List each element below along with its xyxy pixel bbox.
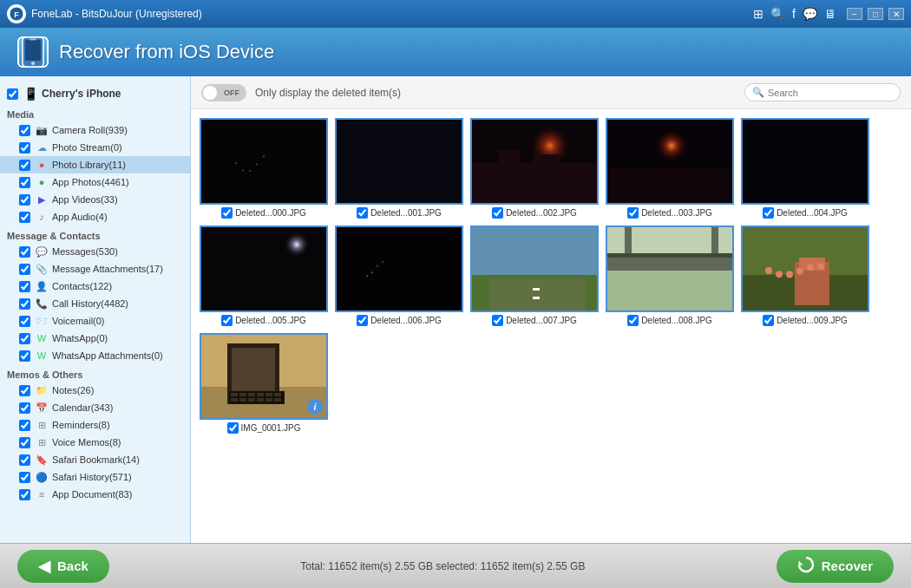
sidebar-item-voice-memos[interactable]: ⊞ Voice Memos (8) [0,434,190,451]
notes-label: Notes [52,385,77,395]
photo-item-9[interactable]: Deleted...009.JPG [741,225,869,326]
chat-icon[interactable]: 💬 [803,7,817,21]
recover-button[interactable]: Recover [777,550,894,583]
notes-icon: 📁 [35,383,49,397]
screen-icon[interactable]: 🖥 [824,7,836,21]
cb-notes[interactable] [19,385,30,396]
photo-item-3[interactable]: Deleted...003.JPG [606,118,734,219]
cb-voicemail[interactable] [19,316,30,327]
search-box[interactable]: 🔍 [744,83,901,101]
cb-safari-hist[interactable] [19,472,30,483]
photo-item-10[interactable]: i IMG_0001.JPG [200,333,328,434]
search-input[interactable] [768,88,893,98]
minimize-button[interactable]: − [847,8,862,20]
photo-cb-8[interactable] [627,315,639,326]
cb-whatsapp-attach[interactable] [19,350,30,362]
sidebar-item-messages[interactable]: 💬 Messages (530) [0,243,190,260]
photo-cb-2[interactable] [492,207,503,219]
sidebar-item-app-document[interactable]: ≡ App Document (83) [0,486,190,503]
toggle-deleted-filter[interactable]: OFF [201,84,246,101]
sidebar-item-app-videos[interactable]: ▶ App Videos (33) [0,191,190,208]
sidebar-item-photo-library[interactable]: ● Photo Library (11) [0,156,190,173]
photo-item-4[interactable]: Deleted...004.JPG [741,118,869,219]
photo-item-6[interactable]: Deleted...006.JPG [335,225,463,326]
photo-item-0[interactable]: Deleted...000.JPG [200,118,328,219]
sidebar-item-voicemail[interactable]: 📨 Voicemail (0) [0,312,190,330]
cb-whatsapp[interactable] [19,333,30,344]
sidebar-item-whatsapp-attach[interactable]: W WhatsApp Attachments (0) [0,347,190,364]
photo-item-5[interactable]: Deleted...005.JPG [200,225,328,326]
sidebar-item-msg-attachments[interactable]: 📎 Message Attachments (17) [0,260,190,278]
photo-thumb-2 [470,118,599,205]
messages-count: (530) [95,246,118,257]
sidebar-item-call-history[interactable]: 📞 Call History (4482) [0,295,190,312]
safari-history-label: Safari History [52,472,109,482]
sidebar-item-camera-roll[interactable]: 📷 Camera Roll (939) [0,121,190,139]
cb-calendar[interactable] [19,402,30,414]
reminders-count: (8) [98,420,109,430]
cb-camera-roll[interactable] [19,125,30,136]
device-checkbox[interactable] [7,88,18,100]
sidebar-item-app-photos[interactable]: ● App Photos (4461) [0,173,190,191]
cb-app-videos[interactable] [19,194,30,206]
back-button[interactable]: ◀ Back [17,550,109,583]
sidebar-item-calendar[interactable]: 📅 Calendar (343) [0,399,190,416]
photo-cb-6[interactable] [357,315,368,326]
photo-thumb-9 [741,225,869,312]
cb-photo-stream[interactable] [19,142,30,154]
sidebar-item-safari-history[interactable]: 🔵 Safari History (571) [0,468,190,486]
cb-voice-memos[interactable] [19,437,30,448]
sidebar-item-whatsapp[interactable]: W WhatsApp (0) [0,330,190,347]
photo-cb-10[interactable] [227,422,239,434]
app-photos-label: App Photos [52,177,102,187]
cb-app-audio[interactable] [19,212,30,223]
search-icon[interactable]: 🔍 [770,7,785,21]
photo-info-badge[interactable]: i [307,399,323,415]
photo-cb-0[interactable] [221,207,233,219]
photo-cb-1[interactable] [357,207,368,219]
facebook-icon[interactable]: f [792,7,796,21]
sidebar-item-reminders[interactable]: ⊞ Reminders (8) [0,416,190,434]
cb-safari-bm[interactable] [19,454,30,466]
photo-thumb-1 [335,118,463,205]
cb-contacts[interactable] [19,281,30,292]
close-button[interactable]: ✕ [888,8,904,20]
device-item[interactable]: 📱 Cherry's iPhone [0,83,190,104]
photo-library-label: Photo Library [52,160,108,170]
photo-filename-0: Deleted...000.JPG [235,208,306,218]
cb-call-history[interactable] [19,298,30,310]
cb-messages[interactable] [19,246,30,258]
photo-label-4: Deleted...004.JPG [763,207,848,219]
cb-app-photos[interactable] [19,177,30,188]
photo-filename-1: Deleted...001.JPG [370,208,442,218]
app-audio-count: (4) [95,212,107,222]
photo-label-7: Deleted...007.JPG [492,315,577,326]
cb-app-doc[interactable] [19,489,30,500]
photo-item-7[interactable]: Deleted...007.JPG [470,225,599,326]
sidebar: 📱 Cherry's iPhone Media 📷 Camera Roll (9… [0,76,191,543]
photo-item-2[interactable]: Deleted...002.JPG [470,118,599,219]
grid-icon[interactable]: ⊞ [753,7,764,21]
photo-item-8[interactable]: Deleted...008.JPG [606,225,734,326]
cb-photo-library[interactable] [19,160,30,171]
sidebar-item-photo-stream[interactable]: ☁ Photo Stream (0) [0,139,190,156]
app-videos-label: App Videos [52,194,101,205]
sidebar-item-notes[interactable]: 📁 Notes (26) [0,382,190,399]
photo-cb-3[interactable] [627,207,639,219]
header-device-icon [17,36,49,68]
sidebar-item-safari-bookmark[interactable]: 🔖 Safari Bookmark (14) [0,451,190,468]
sidebar-item-app-audio[interactable]: ♪ App Audio (4) [0,208,190,225]
back-label: Back [57,559,88,573]
section-messages-label: Message & Contacts [0,225,190,243]
maximize-button[interactable]: □ [868,8,883,20]
photo-cb-7[interactable] [492,315,503,326]
photo-cb-9[interactable] [763,315,774,326]
cb-reminders[interactable] [19,420,30,431]
photo-cb-4[interactable] [763,207,774,219]
photo-cb-5[interactable] [221,315,233,326]
cb-msg-attach[interactable] [19,264,30,275]
sidebar-item-contacts[interactable]: 👤 Contacts (122) [0,278,190,295]
photo-item-1[interactable]: Deleted...001.JPG [335,118,463,219]
photo-library-count: (11) [108,160,126,170]
photo-stream-label: Photo Stream [52,142,110,153]
